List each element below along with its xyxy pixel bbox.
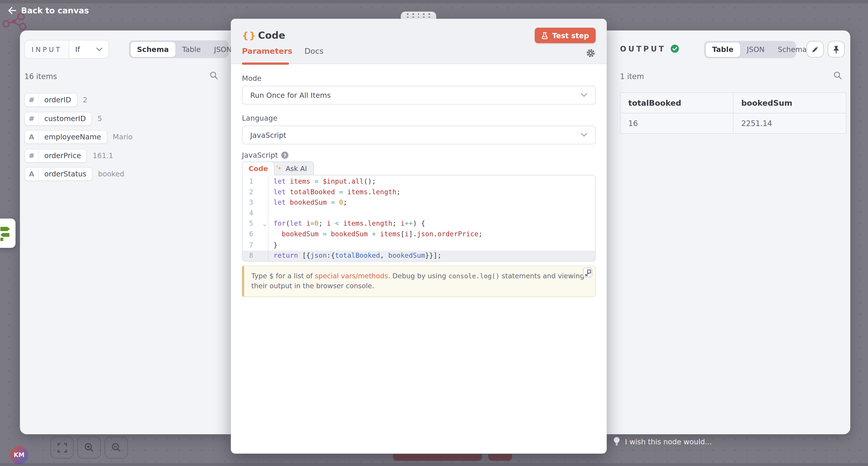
arrow-left-icon (8, 6, 16, 14)
app-root: Back to canvas KM I wish this node would… (0, 0, 868, 466)
fit-view-button[interactable] (51, 436, 74, 459)
field-value: 5 (97, 114, 102, 123)
editor-tab-ask-ai[interactable]: Ask AI (269, 162, 313, 175)
hint-code: console.log() (448, 272, 500, 280)
sparkles-icon (276, 165, 282, 171)
field-type-icon: A (25, 168, 39, 180)
mode-select[interactable]: Run Once for All Items (242, 86, 596, 105)
zoom-out-button[interactable] (105, 436, 128, 459)
code-text: let totalBooked = items.length; (269, 187, 401, 198)
code-line-2[interactable]: 2let totalBooked = items.length; (243, 187, 595, 198)
pin-data-button[interactable] (828, 41, 845, 57)
line-number: 5⌄ (243, 219, 269, 229)
if-node-icon (0, 223, 16, 243)
language-select[interactable]: JavaScript (242, 126, 596, 144)
code-line-5[interactable]: 5⌄for(let i=0; i < items.length; i++) { (243, 219, 595, 229)
input-node-stub-if[interactable] (0, 219, 16, 248)
editor-tab-code-label: Code (249, 164, 268, 173)
code-node-icon: {} (242, 30, 256, 41)
schema-field-orderStatus[interactable]: AorderStatusbooked (24, 167, 133, 181)
code-line-8[interactable]: 8return [{json:{totalBooked, bookedSum}}… (243, 251, 595, 261)
tab-docs[interactable]: Docs (305, 46, 323, 55)
field-name: customerID (39, 112, 91, 125)
tab-parameters[interactable]: Parameters (242, 46, 292, 55)
chevron-down-icon (96, 47, 103, 51)
input-items-count: 16 items (24, 72, 57, 80)
line-number: 3 (243, 198, 269, 208)
success-check-icon (670, 44, 679, 53)
edit-output-button[interactable] (807, 41, 824, 57)
input-search-icon[interactable] (210, 71, 218, 80)
node-feedback-label: I wish this node would... (625, 437, 712, 446)
output-row[interactable]: 162251.14 (620, 113, 846, 134)
code-line-1[interactable]: 1let items = $input.all(); (243, 176, 595, 187)
code-line-6[interactable]: 6 bookedSum = bookedSum + items[i].json.… (243, 229, 595, 240)
schema-field-customerID[interactable]: #customerID5 (24, 111, 133, 125)
code-line-3[interactable]: 3let bookedSum = 0; (243, 198, 595, 208)
language-value: JavaScript (250, 131, 286, 139)
field-type-icon: # (25, 94, 39, 106)
line-number: 1 (243, 176, 269, 187)
output-tab-json[interactable]: JSON (740, 42, 771, 57)
node-feedback-button[interactable]: I wish this node would... (613, 437, 712, 446)
input-tab-schema[interactable]: Schema (130, 42, 176, 57)
zoom-in-icon (84, 442, 94, 453)
bottom-shade (0, 463, 868, 466)
input-display-mode-tabs: SchemaTableJSON (129, 40, 229, 58)
node-title[interactable]: Code (258, 30, 285, 41)
modal-drag-handle[interactable] (401, 11, 436, 19)
schema-field-orderID[interactable]: #orderID2 (24, 93, 133, 107)
editor-tab-code[interactable]: Code (242, 162, 275, 175)
schema-field-employeeName[interactable]: AemployeeNameMario (24, 130, 133, 144)
special-vars-link[interactable]: special vars/methods (315, 271, 388, 280)
mode-label: Mode (242, 74, 261, 82)
field-name: orderStatus (39, 168, 92, 180)
input-panel: INPUT If SchemaTableJSON 16 items #order… (20, 31, 231, 434)
code-text (269, 208, 274, 219)
code-editor[interactable]: 1let items = $input.all();2let totalBook… (242, 175, 596, 262)
schema-field-orderPrice[interactable]: #orderPrice161.1 (24, 148, 133, 162)
flask-icon (541, 32, 548, 39)
field-type-icon: # (25, 112, 39, 125)
fold-chevron-icon[interactable]: ⌄ (263, 219, 266, 229)
code-text: } (269, 240, 278, 251)
field-name: orderPrice (39, 149, 87, 162)
output-panel: OUTPUT TableJSONSchema 1 item totalBooke… (607, 31, 850, 434)
input-schema-list: #orderID2#customerID5AemployeeNameMario#… (24, 93, 133, 181)
output-display-mode-tabs: TableJSONSchema (704, 41, 796, 58)
input-source-value: If (75, 45, 80, 54)
output-table[interactable]: totalBookedbookedSum162251.14 (620, 92, 846, 134)
output-cell: 2251.14 (733, 113, 846, 134)
test-step-button[interactable]: Test step (535, 28, 596, 43)
code-line-7[interactable]: 7} (243, 240, 595, 251)
expand-editor-button[interactable] (583, 268, 592, 277)
chevron-down-icon (581, 93, 587, 97)
code-line-4[interactable]: 4 (243, 208, 595, 219)
zoom-out-icon (111, 442, 121, 453)
code-node-modal: {} Code Test step Parameters Docs Mode R… (231, 19, 607, 454)
back-to-canvas-button[interactable]: Back to canvas (8, 6, 89, 15)
drag-handle-dots (407, 13, 430, 18)
field-type-icon: A (25, 131, 39, 143)
zoom-in-button[interactable] (78, 436, 101, 459)
chevron-down-icon (581, 133, 587, 137)
node-settings-gear-icon[interactable] (586, 48, 596, 58)
fit-view-icon (57, 443, 67, 452)
help-icon[interactable]: ? (281, 152, 289, 159)
output-tab-table[interactable]: Table (706, 42, 740, 57)
output-column-bookedSum: bookedSum (733, 93, 846, 113)
field-name: employeeName (39, 131, 106, 143)
test-step-label: Test step (552, 31, 589, 39)
input-source-selector[interactable]: INPUT If (24, 40, 109, 59)
editor-hint: Type $ for a list of special vars/method… (242, 266, 596, 297)
lightbulb-icon (613, 437, 620, 446)
avatar[interactable]: KM (10, 446, 28, 464)
editor-tab-ask-ai-label: Ask AI (286, 164, 307, 173)
code-text: let items = $input.all(); (269, 176, 376, 187)
output-search-icon[interactable] (834, 71, 842, 80)
modal-header: {} Code Test step Parameters Docs (231, 19, 607, 64)
dimmed-canvas-button (488, 454, 512, 461)
line-number: 8 (243, 251, 269, 261)
input-tab-table[interactable]: Table (176, 42, 207, 57)
top-shade (0, 0, 868, 3)
